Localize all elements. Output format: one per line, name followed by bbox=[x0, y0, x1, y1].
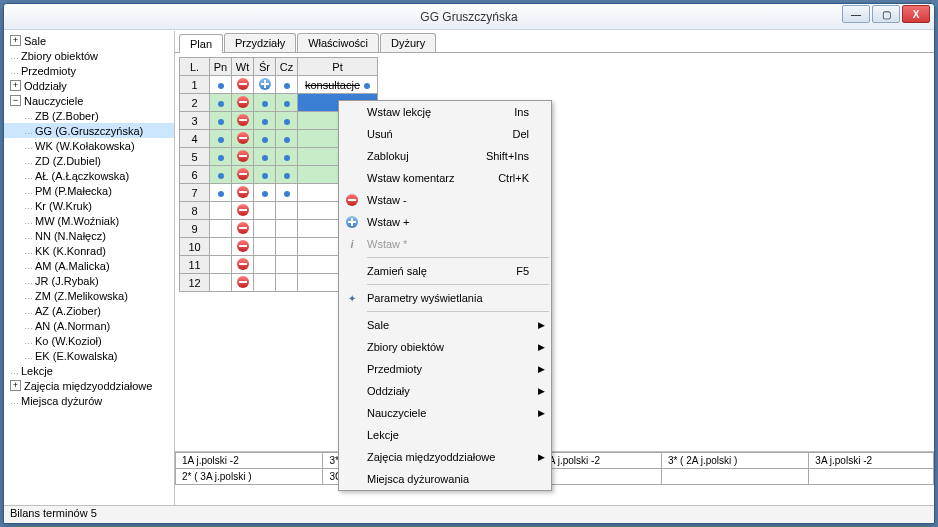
tree-item[interactable]: …KK (K.Konrad) bbox=[4, 243, 174, 258]
tree-item[interactable]: …ZD (Z.Dubiel) bbox=[4, 153, 174, 168]
context-menu-item[interactable]: Zamień salęF5 bbox=[339, 260, 551, 282]
tree-leaf-icon: … bbox=[24, 126, 33, 136]
minus-icon bbox=[237, 168, 249, 180]
tree-toggle-icon[interactable]: − bbox=[10, 95, 21, 106]
tree-toggle-icon[interactable]: + bbox=[10, 80, 21, 91]
context-menu-item[interactable]: Miejsca dyżurowania bbox=[339, 468, 551, 490]
detail-table[interactable]: 1A j.polski -23* ( 1Aj.polski )2A j.pols… bbox=[175, 452, 934, 485]
dot-blue-icon bbox=[284, 155, 290, 161]
minimize-button[interactable]: — bbox=[842, 5, 870, 23]
dot-blue-icon bbox=[284, 101, 290, 107]
tree-item[interactable]: …AN (A.Norman) bbox=[4, 318, 174, 333]
minus-icon bbox=[237, 114, 249, 126]
context-menu-item[interactable]: Sale▶ bbox=[339, 314, 551, 336]
tree-item[interactable]: +Sale bbox=[4, 33, 174, 48]
tree-item[interactable]: …Miejsca dyżurów bbox=[4, 393, 174, 408]
tree-item[interactable]: …MW (M.Woźniak) bbox=[4, 213, 174, 228]
context-menu-item[interactable]: Wstaw + bbox=[339, 211, 551, 233]
tree-item-label: WK (W.Kołakowska) bbox=[35, 140, 135, 152]
dot-blue-icon bbox=[218, 155, 224, 161]
tree-item[interactable]: …ZB (Z.Bober) bbox=[4, 108, 174, 123]
dot-blue-icon bbox=[284, 83, 290, 89]
tab[interactable]: Dyżury bbox=[380, 33, 436, 52]
tree-item[interactable]: …JR (J.Rybak) bbox=[4, 273, 174, 288]
context-menu-item[interactable]: Przedmioty▶ bbox=[339, 358, 551, 380]
maximize-button[interactable]: ▢ bbox=[872, 5, 900, 23]
minus-icon bbox=[237, 240, 249, 252]
tree-item[interactable]: …AM (A.Malicka) bbox=[4, 258, 174, 273]
context-menu-item[interactable]: Zajęcia międzyoddziałowe▶ bbox=[339, 446, 551, 468]
sparkle-icon: ✦ bbox=[345, 291, 359, 305]
tree-item-label: Zbiory obiektów bbox=[21, 50, 98, 62]
tree-item-label: KK (K.Konrad) bbox=[35, 245, 106, 257]
tree-item[interactable]: …Kr (W.Kruk) bbox=[4, 198, 174, 213]
context-menu-item[interactable]: ZablokujShift+Ins bbox=[339, 145, 551, 167]
context-menu-label: Usuń bbox=[367, 128, 393, 140]
tree-item[interactable]: …AZ (A.Ziober) bbox=[4, 303, 174, 318]
context-menu-item[interactable]: Wstaw lekcjęIns bbox=[339, 101, 551, 123]
close-button[interactable]: X bbox=[902, 5, 930, 23]
tree-item-label: Sale bbox=[24, 35, 46, 47]
context-menu-item[interactable]: Nauczyciele▶ bbox=[339, 402, 551, 424]
dot-blue-icon bbox=[262, 155, 268, 161]
dot-blue-icon bbox=[364, 83, 370, 89]
minus-icon bbox=[237, 222, 249, 234]
shortcut-label: Ins bbox=[514, 106, 529, 118]
tree-item-label: EK (E.Kowalska) bbox=[35, 350, 118, 362]
tree-item[interactable]: …WK (W.Kołakowska) bbox=[4, 138, 174, 153]
tree-item[interactable]: +Zajęcia międzyoddziałowe bbox=[4, 378, 174, 393]
window-title: GG Gruszczyńska bbox=[4, 10, 934, 24]
context-menu-item[interactable]: ✦Parametry wyświetlania bbox=[339, 287, 551, 309]
context-menu-item[interactable]: Zbiory obiektów▶ bbox=[339, 336, 551, 358]
context-menu-label: Oddziały bbox=[367, 385, 410, 397]
context-menu-item[interactable]: Lekcje bbox=[339, 424, 551, 446]
tree-leaf-icon: … bbox=[24, 306, 33, 316]
tree-item[interactable]: …Przedmioty bbox=[4, 63, 174, 78]
context-menu-label: Nauczyciele bbox=[367, 407, 426, 419]
tree-leaf-icon: … bbox=[24, 336, 33, 346]
tree-leaf-icon: … bbox=[24, 186, 33, 196]
tree-item[interactable]: …ZM (Z.Melikowska) bbox=[4, 288, 174, 303]
tab[interactable]: Przydziały bbox=[224, 33, 296, 52]
tree-item[interactable]: +Oddziały bbox=[4, 78, 174, 93]
tab[interactable]: Plan bbox=[179, 34, 223, 53]
context-menu[interactable]: Wstaw lekcjęInsUsuńDelZablokujShift+InsW… bbox=[338, 100, 552, 491]
context-menu-label: Zbiory obiektów bbox=[367, 341, 444, 353]
tree-toggle-icon[interactable]: + bbox=[10, 380, 21, 391]
tree-leaf-icon: … bbox=[24, 246, 33, 256]
context-menu-label: Parametry wyświetlania bbox=[367, 292, 483, 304]
tree-item[interactable]: −Nauczyciele bbox=[4, 93, 174, 108]
tree-item[interactable]: …NN (N.Nałęcz) bbox=[4, 228, 174, 243]
tree-item[interactable]: …GG (G.Gruszczyńska) bbox=[4, 123, 174, 138]
tree-leaf-icon: … bbox=[24, 291, 33, 301]
context-menu-label: Wstaw lekcję bbox=[367, 106, 431, 118]
context-menu-label: Wstaw komentarz bbox=[367, 172, 454, 184]
context-menu-item[interactable]: Wstaw - bbox=[339, 189, 551, 211]
plan-grid-area: L.PnWtŚrCzPt1konsultacje23456789101112 bbox=[175, 53, 934, 451]
tree-item[interactable]: …Zbiory obiektów bbox=[4, 48, 174, 63]
tree-item-label: Ko (W.Kozioł) bbox=[35, 335, 102, 347]
tree-item-label: AN (A.Norman) bbox=[35, 320, 110, 332]
tree-item[interactable]: …EK (E.Kowalska) bbox=[4, 348, 174, 363]
shortcut-label: F5 bbox=[516, 265, 529, 277]
context-menu-item[interactable]: Oddziały▶ bbox=[339, 380, 551, 402]
context-menu-item[interactable]: UsuńDel bbox=[339, 123, 551, 145]
tree-leaf-icon: … bbox=[24, 141, 33, 151]
minus-icon bbox=[237, 258, 249, 270]
tree-item-label: Nauczyciele bbox=[24, 95, 83, 107]
tree-item[interactable]: …PM (P.Małecka) bbox=[4, 183, 174, 198]
tree-toggle-icon[interactable]: + bbox=[10, 35, 21, 46]
dot-blue-icon bbox=[218, 119, 224, 125]
tab[interactable]: Właściwości bbox=[297, 33, 379, 52]
tree-item-label: NN (N.Nałęcz) bbox=[35, 230, 106, 242]
tree-item[interactable]: …Lekcje bbox=[4, 363, 174, 378]
context-menu-label: Zamień salę bbox=[367, 265, 427, 277]
minus-icon bbox=[237, 132, 249, 144]
tree-item[interactable]: …Ko (W.Kozioł) bbox=[4, 333, 174, 348]
tree-leaf-icon: … bbox=[24, 276, 33, 286]
tree-item[interactable]: …AŁ (A.Łączkowska) bbox=[4, 168, 174, 183]
tree-view[interactable]: +Sale…Zbiory obiektów…Przedmioty+Oddział… bbox=[4, 31, 175, 505]
tree-item-label: PM (P.Małecka) bbox=[35, 185, 112, 197]
chevron-right-icon: ▶ bbox=[538, 408, 545, 418]
context-menu-item[interactable]: Wstaw komentarzCtrl+K bbox=[339, 167, 551, 189]
